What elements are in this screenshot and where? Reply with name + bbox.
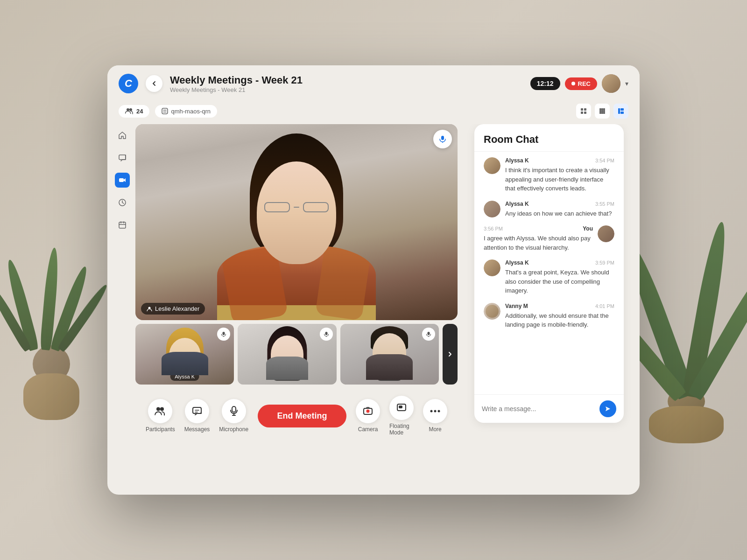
msg-content-1: Alyssa K 3:54 PM I think it's important … (505, 157, 614, 193)
msg-avatar-1 (484, 157, 500, 174)
msg-meta-5: Vanny M 4:01 PM (505, 303, 614, 309)
thumbnail-2[interactable]: Vanny M (238, 324, 336, 385)
chat-message-2: Alyssa K 3:55 PM Any ideas on how we can… (484, 201, 614, 218)
floating-mode-ctrl-icon (389, 396, 414, 420)
svg-rect-17 (620, 108, 624, 111)
svg-rect-9 (603, 108, 605, 110)
chat-messages: Alyssa K 3:54 PM I think it's important … (474, 152, 624, 394)
sidebar-messages[interactable] (115, 150, 130, 165)
sidebar-video[interactable] (115, 173, 130, 188)
msg-text-5: Additionally, we should ensure that the … (505, 311, 614, 329)
chat-message-1: Alyssa K 3:54 PM I think it's important … (484, 157, 614, 193)
msg-avatar-4 (484, 259, 500, 276)
microphone-ctrl-label: Microphone (219, 426, 248, 433)
speaker-name-label: Leslie Alexander (141, 303, 205, 315)
sidebar-home[interactable] (115, 128, 130, 143)
msg-text-3: I agree with Alyssa. We should also pay … (484, 234, 593, 252)
svg-point-1 (129, 108, 132, 111)
svg-point-29 (160, 407, 164, 411)
alyssa-avatar-1 (484, 157, 500, 174)
sidebar-calendar[interactable] (115, 217, 130, 232)
avatar-dropdown-icon[interactable]: ▾ (625, 80, 628, 87)
view-list-btn[interactable] (576, 104, 591, 119)
app-window: C Weekly Meetings - Week 21 Weekly Meeti… (107, 65, 640, 495)
msg-meta-4: Alyssa K 3:59 PM (505, 259, 614, 266)
vanny-avatar (484, 303, 500, 320)
speaker-name-text: Leslie Alexander (155, 305, 199, 312)
microphone-control[interactable]: Microphone (219, 399, 248, 433)
msg-time-5: 4:01 PM (595, 303, 614, 309)
meeting-id-icon (162, 108, 168, 114)
msg-text-2: Any ideas on how we can achieve that? (505, 209, 614, 218)
msg-time-3: 3:56 PM (484, 226, 503, 231)
svg-rect-16 (618, 108, 620, 114)
chat-input[interactable] (482, 405, 596, 413)
meeting-id-text: qmh-maos-qrn (171, 108, 211, 115)
svg-rect-4 (584, 108, 586, 111)
main-video: Leslie Alexander (135, 124, 458, 320)
meeting-title: Weekly Meetings - Week 21 (170, 74, 523, 86)
svg-rect-15 (603, 112, 605, 114)
msg-sender-5: Vanny M (505, 303, 528, 309)
msg-sender-2: Alyssa K (505, 201, 529, 207)
svg-rect-10 (599, 110, 601, 112)
msg-content-5: Vanny M 4:01 PM Additionally, we should … (505, 303, 614, 329)
participants-control[interactable]: Participants (146, 399, 175, 433)
user-avatar[interactable] (602, 74, 620, 93)
svg-point-28 (156, 407, 160, 411)
svg-rect-19 (119, 155, 126, 160)
thumbnail-mic-2[interactable] (320, 328, 333, 341)
more-control[interactable]: More (423, 399, 447, 433)
msg-content-4: Alyssa K 3:59 PM That's a great point, K… (505, 259, 614, 295)
logo-text: C (125, 77, 132, 90)
next-thumbnails-btn[interactable] (443, 324, 458, 385)
floating-mode-ctrl-label: Floating Mode (389, 423, 414, 436)
person-icon (147, 306, 152, 312)
msg-content-3: You 3:56 PM I agree with Alyssa. We shou… (484, 225, 593, 252)
sidebar-clock[interactable] (115, 195, 130, 210)
speaker-mic-btn[interactable] (433, 130, 452, 148)
camera-control[interactable]: Camera (356, 399, 380, 433)
bottom-controls: Participants Messages (135, 388, 458, 443)
svg-rect-8 (601, 108, 603, 110)
thumbnail-mic-3[interactable] (422, 328, 435, 341)
participants-icon (125, 108, 134, 114)
view-grid-btn[interactable] (595, 104, 610, 119)
meeting-info: Weekly Meetings - Week 21 Weekly Meeting… (170, 74, 523, 93)
msg-text-4: That's a great point, Keyza. We should a… (505, 268, 614, 295)
msg-avatar-2 (484, 201, 500, 217)
svg-rect-5 (581, 112, 583, 114)
meeting-subtitle: Weekly Meetings - Week 21 (170, 86, 523, 93)
thumbnail-1[interactable]: Alyssa K (135, 324, 234, 385)
header-right: 12:12 REC ▾ (530, 74, 628, 93)
msg-sender-3: You (583, 225, 593, 232)
floating-mode-control[interactable]: Floating Mode (389, 396, 414, 436)
svg-rect-12 (603, 110, 605, 112)
svg-rect-27 (427, 332, 430, 335)
msg-meta-2: Alyssa K 3:55 PM (505, 201, 614, 207)
svg-rect-6 (584, 112, 586, 114)
participants-badge: 24 (119, 105, 149, 118)
msg-time-2: 3:55 PM (595, 201, 614, 207)
time-display: 12:12 (530, 77, 560, 90)
msg-time-4: 3:59 PM (595, 260, 614, 266)
alyssa-avatar-3 (484, 259, 500, 276)
main-content: Leslie Alexander (107, 124, 640, 495)
send-button[interactable] (599, 400, 616, 417)
more-ctrl-icon (423, 399, 447, 423)
participants-count: 24 (136, 108, 143, 115)
svg-point-37 (434, 410, 437, 413)
back-button[interactable] (146, 75, 162, 92)
rec-badge[interactable]: REC (565, 77, 597, 90)
svg-rect-11 (601, 110, 603, 112)
thumbnail-3[interactable]: Ryan X (340, 324, 439, 385)
view-fullgrid-btn[interactable] (613, 104, 628, 119)
end-meeting-button[interactable]: End Meeting (258, 405, 346, 427)
app-logo: C (119, 74, 138, 93)
rec-dot-icon (571, 82, 575, 85)
messages-control[interactable]: Messages (184, 399, 210, 433)
view-toggle (576, 104, 628, 119)
msg-time-1: 3:54 PM (595, 158, 614, 163)
participants-ctrl-icon (148, 399, 172, 423)
msg-meta-1: Alyssa K 3:54 PM (505, 157, 614, 164)
